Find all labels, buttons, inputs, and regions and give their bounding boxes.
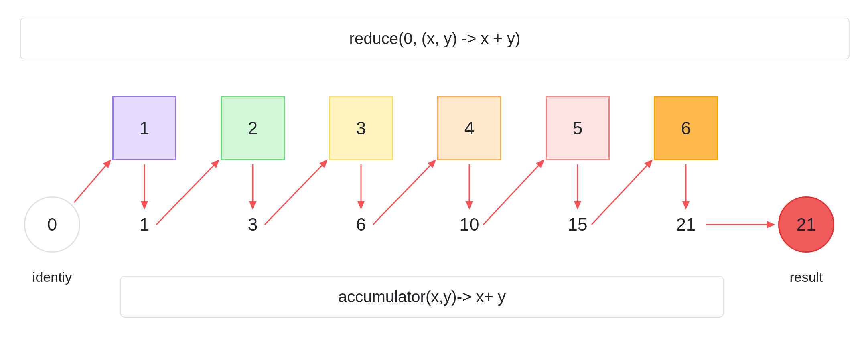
identity-caption: identiy — [32, 269, 72, 285]
input-value: 4 — [464, 118, 474, 138]
arrow-acc2-to-sq3 — [265, 160, 327, 225]
accumulation-value: 3 — [248, 214, 258, 235]
input-square-4: 4 — [437, 96, 501, 160]
input-value: 3 — [356, 118, 366, 138]
arrow-identity-to-1 — [74, 160, 110, 202]
reduce-diagram: reduce(0, (x, y) -> x + y) 0 identiy 21 … — [0, 0, 868, 348]
result-circle: 21 — [778, 196, 834, 253]
accumulation-value: 6 — [356, 214, 366, 235]
input-value: 1 — [140, 118, 149, 138]
identity-circle: 0 — [24, 196, 80, 253]
accumulator-expression-box: accumulator(x,y)-> x+ y — [120, 276, 724, 318]
input-square-6: 6 — [654, 96, 718, 160]
result-value: 21 — [797, 214, 816, 235]
arrow-acc1-to-sq2 — [156, 160, 219, 225]
input-square-2: 2 — [221, 96, 285, 160]
accumulation-value: 1 — [140, 214, 149, 235]
input-value: 5 — [573, 118, 582, 138]
accumulation-value: 15 — [568, 214, 588, 235]
accumulation-value: 21 — [676, 214, 696, 235]
input-square-3: 3 — [329, 96, 393, 160]
input-square-1: 1 — [112, 96, 176, 160]
arrow-acc4-to-sq5 — [483, 160, 544, 225]
arrow-acc5-to-sq6 — [592, 160, 652, 225]
arrow-acc3-to-sq4 — [373, 160, 435, 225]
result-caption: result — [789, 269, 823, 285]
identity-value: 0 — [47, 214, 57, 235]
reduce-expression-box: reduce(0, (x, y) -> x + y) — [20, 18, 850, 59]
input-value: 6 — [681, 118, 691, 138]
input-square-5: 5 — [546, 96, 610, 160]
accumulation-value: 10 — [460, 214, 479, 235]
accumulator-expression-text: accumulator(x,y)-> x+ y — [338, 288, 506, 306]
input-value: 2 — [248, 118, 258, 138]
reduce-expression-text: reduce(0, (x, y) -> x + y) — [349, 30, 521, 48]
